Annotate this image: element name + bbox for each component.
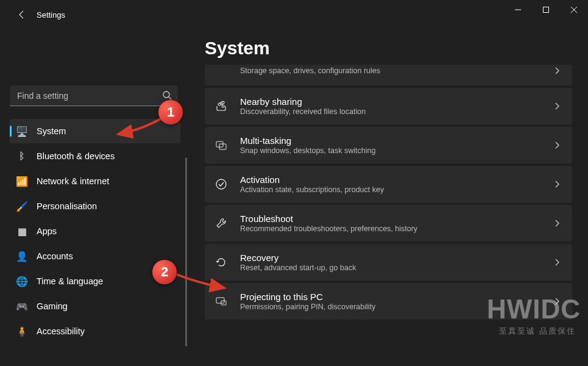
search-box — [10, 85, 178, 106]
card-activation[interactable]: ActivationActivation state, subscription… — [205, 166, 572, 203]
bluetooth-icon: ᛒ — [16, 150, 28, 162]
sidebar: 🖥️SystemᛒBluetooth & devices📶Network & i… — [0, 29, 189, 366]
card-body: Projecting to this PCPermissions, pairin… — [240, 292, 539, 311]
card-recovery[interactable]: RecoveryReset, advanced start-up, go bac… — [205, 244, 572, 281]
sidebar-item-gaming[interactable]: 🎮Gaming — [10, 294, 180, 318]
sidebar-item-bluetooth-devices[interactable]: ᛒBluetooth & devices — [10, 144, 180, 168]
troubleshoot-icon — [214, 217, 228, 230]
nav-label: System — [37, 126, 66, 136]
nav-label: Apps — [37, 226, 57, 236]
card-body: Nearby sharingDiscoverability, received … — [240, 96, 539, 116]
annotation-badge-1: 1 — [158, 100, 183, 124]
close-icon — [571, 7, 577, 13]
nav-list: 🖥️SystemᛒBluetooth & devices📶Network & i… — [10, 118, 184, 344]
apps-icon: ▦ — [16, 225, 28, 237]
gaming-icon: 🎮 — [16, 300, 28, 312]
card-multi-tasking[interactable]: Multi-taskingSnap windows, desktops, tas… — [205, 127, 572, 163]
brush-icon: 🖌️ — [16, 200, 28, 212]
card-list: Storage space, drives, configuration rul… — [205, 65, 572, 320]
minimize-icon — [515, 7, 521, 13]
chevron-right-icon — [551, 298, 562, 305]
card-subtitle: Permissions, pairing PIN, discoverabilit… — [240, 303, 539, 311]
svg-point-4 — [163, 92, 169, 98]
card-subtitle: Storage space, drives, configuration rul… — [240, 66, 539, 75]
card-body: Storage space, drives, configuration rul… — [240, 66, 539, 75]
page-title: System — [205, 38, 572, 59]
card-body: TroubleshootRecommended troubleshooters,… — [240, 214, 539, 233]
close-button[interactable] — [560, 0, 588, 20]
nav-label: Personalisation — [37, 201, 97, 211]
card-projecting-to-this-pc[interactable]: Projecting to this PCPermissions, pairin… — [205, 283, 572, 320]
nav-label: Gaming — [37, 301, 68, 311]
search-input[interactable] — [10, 85, 178, 106]
card-title: Nearby sharing — [240, 96, 539, 107]
card-title: Projecting to this PC — [240, 292, 539, 302]
back-button[interactable] — [10, 2, 34, 27]
card-body: RecoveryReset, advanced start-up, go bac… — [240, 253, 539, 272]
chevron-right-icon — [551, 142, 562, 149]
card-title: Multi-tasking — [240, 135, 539, 146]
nav-label: Network & internet — [37, 176, 109, 186]
chevron-right-icon — [551, 67, 562, 74]
card-subtitle: Recommended troubleshooters, preferences… — [240, 224, 539, 233]
svg-line-5 — [169, 97, 171, 99]
activation-icon — [214, 178, 228, 191]
nav-label: Bluetooth & devices — [37, 151, 115, 161]
nav-label: Accessibility — [37, 326, 85, 336]
card-troubleshoot[interactable]: TroubleshootRecommended troubleshooters,… — [205, 205, 572, 242]
accessibility-icon: 🧍 — [16, 325, 28, 337]
main-panel: System Storage space, drives, configurat… — [189, 29, 588, 366]
arrow-left-icon — [17, 10, 27, 20]
app-title: Settings — [37, 10, 65, 20]
card-subtitle: Snap windows, desktops, task switching — [240, 146, 539, 155]
card-subtitle: Discoverability, received files location — [240, 107, 539, 116]
svg-point-8 — [216, 179, 226, 189]
window-controls — [504, 0, 588, 20]
card-body: Multi-taskingSnap windows, desktops, tas… — [240, 135, 539, 155]
card-storage[interactable]: Storage space, drives, configuration rul… — [205, 65, 572, 85]
spacer — [214, 64, 228, 77]
nav-label: Time & language — [37, 276, 103, 286]
card-title: Troubleshoot — [240, 214, 539, 224]
time-icon: 🌐 — [16, 275, 28, 287]
chevron-right-icon — [551, 102, 562, 110]
chevron-right-icon — [551, 259, 562, 266]
sidebar-item-system[interactable]: 🖥️System — [10, 119, 180, 143]
maximize-icon — [543, 7, 549, 13]
chevron-right-icon — [551, 181, 562, 188]
titlebar: Settings — [0, 0, 588, 29]
display-icon: 🖥️ — [16, 125, 28, 137]
sidebar-item-network-internet[interactable]: 📶Network & internet — [10, 169, 180, 193]
nav-label: Accounts — [37, 251, 73, 261]
scrollbar[interactable] — [185, 157, 187, 346]
card-title: Recovery — [240, 253, 539, 263]
annotation-badge-2: 2 — [152, 260, 177, 284]
project-icon — [214, 295, 228, 308]
chevron-right-icon — [551, 220, 562, 227]
sidebar-item-personalisation[interactable]: 🖌️Personalisation — [10, 194, 180, 218]
card-subtitle: Reset, advanced start-up, go back — [240, 264, 539, 272]
multitask-icon — [214, 138, 228, 152]
svg-rect-1 — [544, 7, 549, 13]
card-subtitle: Activation state, subscriptions, product… — [240, 185, 539, 194]
card-nearby-sharing[interactable]: Nearby sharingDiscoverability, received … — [205, 88, 572, 124]
sidebar-item-apps[interactable]: ▦Apps — [10, 219, 180, 243]
maximize-button[interactable] — [532, 0, 560, 20]
recovery-icon — [214, 256, 228, 269]
card-body: ActivationActivation state, subscription… — [240, 174, 539, 194]
minimize-button[interactable] — [504, 0, 532, 20]
share-icon — [214, 99, 228, 113]
account-icon: 👤 — [16, 250, 28, 262]
card-title: Activation — [240, 174, 539, 185]
wifi-icon: 📶 — [16, 175, 28, 187]
sidebar-item-accessibility[interactable]: 🧍Accessibility — [10, 319, 180, 343]
